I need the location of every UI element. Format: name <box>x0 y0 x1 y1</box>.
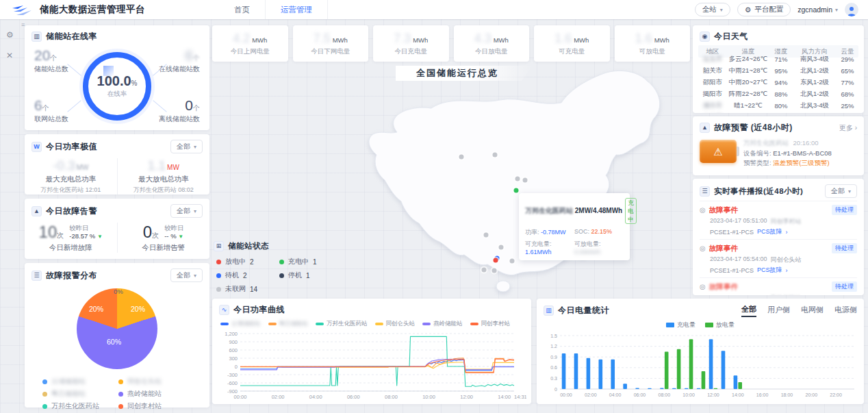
legend-dot-icon <box>118 379 123 384</box>
svg-text:900: 900 <box>229 339 238 345</box>
energy-tab[interactable]: 电网侧 <box>801 305 824 316</box>
legend-item[interactable]: 放电量 <box>705 321 735 329</box>
svg-text:12:00: 12:00 <box>707 392 719 397</box>
gear-icon[interactable]: ⚙ <box>6 30 14 40</box>
app-logo-icon <box>11 4 33 16</box>
map-banner-title: 全国储能运行总览 <box>396 66 533 81</box>
fault-link[interactable]: PCS故障 <box>757 227 782 236</box>
legend-item[interactable]: 同创李村站 <box>470 320 511 328</box>
stat-online-stations: 6个 在线储能站数 <box>159 47 200 74</box>
charging-status-badge: 充电中 <box>625 198 637 224</box>
event-icon: ◎ <box>700 245 706 252</box>
pending-badge[interactable]: 待处理 <box>832 281 857 292</box>
panel-title: 今日功率曲线 <box>233 304 285 316</box>
stat-card: 4.3MWh 今日放电量 <box>454 25 530 62</box>
legend-item[interactable]: 云埔储能站 <box>42 376 118 387</box>
legend-dot-icon <box>42 379 47 384</box>
energy-tab[interactable]: 用户侧 <box>767 305 790 316</box>
energy-stat-cards: 4.2MWh 今日上网电量 7.5MWh 今日下网电量 7.3MWh 今日充电量… <box>212 25 690 62</box>
svg-text:14:31: 14:31 <box>514 394 526 400</box>
pie-label: 20% <box>131 305 145 313</box>
svg-text:10:00: 10:00 <box>422 394 435 400</box>
energy-bar-chart: 00.30.60.91.21.500:0002:0004:0006:0008:0… <box>542 330 858 399</box>
svg-text:02:00: 02:00 <box>272 394 285 400</box>
status-legend-item[interactable]: 未联网 14 <box>216 284 279 294</box>
legend-item[interactable]: 粤芯储能站 <box>42 388 118 399</box>
legend-item[interactable]: 万邦生化医药站 <box>316 320 368 328</box>
panel-weather: ◉ 今日天气 地区温度 湿度风力方向 云量 汕头市 多云24~26℃ 71% 南… <box>693 25 864 113</box>
legend-item[interactable]: 同创仑头站 <box>118 376 194 387</box>
status-legend-item[interactable]: 停机 1 <box>279 271 327 280</box>
svg-text:18:00: 18:00 <box>781 392 793 397</box>
scope-selector[interactable]: 全站 ▾ <box>695 3 730 16</box>
status-dot-icon <box>279 260 284 264</box>
legend-item[interactable]: 粤芯储能站 <box>268 320 309 328</box>
chevron-down-icon: ▾ <box>720 7 723 13</box>
arrow-right-icon[interactable]: › <box>786 267 788 274</box>
panel-icon: ▥ <box>31 32 42 42</box>
panel-title: 故障报警分布 <box>46 270 97 281</box>
close-icon[interactable]: ✕ <box>6 51 13 60</box>
panel-title: 故障预警 (近48小时) <box>714 122 793 134</box>
weather-row: 揭阳市 阵雨22~28℃ 88% 北风1-2级 68% <box>698 88 858 100</box>
status-legend-item[interactable]: 待机 2 <box>216 271 279 280</box>
platform-config-button[interactable]: ⚙ 平台配置 <box>737 3 791 16</box>
stat-card: 1.6MWh 可充电量 <box>534 25 610 62</box>
svg-text:06:00: 06:00 <box>634 392 646 397</box>
svg-text:0.6: 0.6 <box>550 365 557 370</box>
weather-row: 韶关市 中雨21~28℃ 95% 北风1-2级 65% <box>698 65 858 77</box>
header-tab[interactable]: 首页 <box>219 0 265 19</box>
chevron-down-icon: ▾ <box>835 7 838 13</box>
panel-power-extremes: W 今日功率极值 全部▾ -0.3MW 最大充电总功率 万邦生化医药站 12:0… <box>25 134 209 195</box>
station-dot[interactable] <box>482 268 487 273</box>
svg-text:02:00: 02:00 <box>585 392 597 397</box>
pending-badge[interactable]: 待处理 <box>832 205 857 215</box>
pending-badge[interactable]: 待处理 <box>832 243 857 253</box>
legend-line-icon <box>268 323 277 325</box>
station-dot[interactable] <box>523 178 528 183</box>
status-legend-item[interactable]: 充电中 1 <box>279 257 327 266</box>
fault-link[interactable]: PCS故障 <box>757 266 782 275</box>
station-dot[interactable] <box>514 188 519 193</box>
china-map-zone: 全国储能运行总览 ⊞ 储能站状态 放电中 2 充电中 <box>212 62 690 299</box>
legend-item[interactable]: 充电量 <box>666 321 695 329</box>
online-rate-gauge: 100.0% 在线率 <box>83 52 151 121</box>
legend-item[interactable]: 燕岭储能站 <box>422 320 463 328</box>
station-dot[interactable] <box>515 177 520 182</box>
user-menu[interactable]: zgcnadmin ▾ <box>797 5 838 14</box>
legend-dot-icon <box>118 404 123 409</box>
events-filter-select[interactable]: 全部▾ <box>825 184 857 198</box>
header-tab[interactable]: 运营管理 <box>265 0 328 19</box>
legend-item[interactable]: 同创李村站 <box>118 401 194 412</box>
station-dot[interactable] <box>494 258 498 263</box>
legend-item[interactable]: 同创仑头站 <box>375 320 416 328</box>
status-legend-item[interactable]: 放电中 2 <box>216 257 279 266</box>
station-dot[interactable] <box>493 153 498 158</box>
warning-info: 万邦生化医药站20:16:00 设备编号: E1-#1-BMS-A-BC08 预… <box>743 138 832 168</box>
extremes-filter-select[interactable]: 全部▾ <box>170 140 203 153</box>
panel-title: 今日天气 <box>714 31 748 42</box>
svg-text:1.2: 1.2 <box>550 344 557 349</box>
energy-tab[interactable]: 电源侧 <box>834 305 857 316</box>
legend-item[interactable]: 燕岭储能站 <box>118 388 194 399</box>
arrow-right-icon[interactable]: › <box>786 229 788 236</box>
chevron-down-icon: ▾ <box>194 208 196 214</box>
svg-text:04:00: 04:00 <box>609 392 622 397</box>
alarms-filter-select[interactable]: 全部▾ <box>170 204 203 218</box>
station-dot[interactable] <box>510 259 515 264</box>
legend-item[interactable]: 万邦生化医药站 <box>42 401 118 412</box>
more-link[interactable]: 更多 › <box>839 123 857 133</box>
station-dot[interactable] <box>499 245 504 250</box>
distribution-filter-select[interactable]: 全部▾ <box>170 268 203 282</box>
energy-tab[interactable]: 全部 <box>741 304 756 317</box>
status-dot-icon <box>279 273 284 278</box>
station-dot[interactable] <box>492 268 497 273</box>
status-dot-icon <box>216 273 221 278</box>
station-dot[interactable] <box>484 233 489 238</box>
weather-row: 邵阳市 中雨20~27℃ 94% 东风1-2级 77% <box>698 77 858 88</box>
avatar[interactable] <box>845 3 858 16</box>
station-dot[interactable] <box>459 155 464 160</box>
legend-item[interactable]: 云埔储能站 <box>220 320 261 328</box>
legend-line-icon <box>220 323 229 325</box>
svg-text:00:00: 00:00 <box>560 392 572 397</box>
